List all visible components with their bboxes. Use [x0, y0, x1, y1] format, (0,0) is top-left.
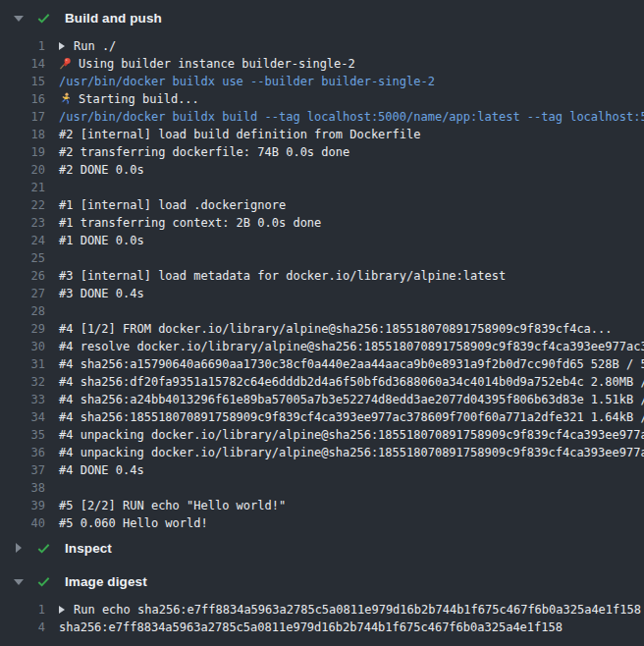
log-text-content: #2 transferring dockerfile: 74B 0.0s don… — [59, 145, 349, 159]
line-number[interactable]: 40 — [0, 514, 45, 532]
log-section-build-and-push: Build and push1Run ./14Using builder ins… — [0, 4, 644, 532]
line-number[interactable]: 18 — [0, 126, 45, 143]
section-header-build-and-push[interactable]: Build and push — [0, 4, 644, 31]
log-line: 37#4 DONE 0.4s — [0, 461, 644, 479]
section-header-inspect[interactable]: Inspect — [0, 534, 644, 562]
line-number[interactable]: 33 — [0, 391, 45, 408]
log-text: #4 sha256:df20fa9351a15782c64e6dddb2d4a6… — [59, 373, 644, 391]
log-text-content: Run ./ — [74, 39, 116, 53]
log-line: 21 — [0, 179, 644, 196]
log-text-content: sha256:e7ff8834a5963a2785c5a0811e979d16b… — [59, 620, 563, 634]
line-number[interactable]: 21 — [0, 179, 45, 196]
chevron-down-icon[interactable] — [14, 13, 24, 23]
chevron-down-icon[interactable] — [14, 576, 24, 586]
section-title: Image digest — [65, 574, 147, 589]
log-text: #4 unpacking docker.io/library/alpine@sh… — [59, 426, 644, 444]
log-text-content: #5 [2/2] RUN echo "Hello world!" — [59, 499, 286, 512]
actions-log-viewer: Build and push1Run ./14Using builder ins… — [0, 0, 644, 638]
line-number[interactable]: 16 — [0, 90, 45, 108]
line-number[interactable]: 36 — [0, 444, 45, 461]
log-text: Starting build... — [59, 90, 199, 108]
section-gap — [0, 636, 644, 638]
log-text-content: #1 DONE 0.0s — [59, 234, 144, 247]
log-text: Run ./ — [59, 37, 116, 55]
log-text: #3 [internal] load metadata for docker.i… — [59, 267, 506, 285]
log-text: #5 [2/2] RUN echo "Hello world!" — [59, 497, 286, 514]
line-number[interactable]: 31 — [0, 355, 45, 373]
log-line: 4sha256:e7ff8834a5963a2785c5a0811e979d16… — [0, 619, 644, 636]
line-number[interactable]: 34 — [0, 408, 45, 426]
line-number[interactable]: 4 — [0, 619, 45, 636]
log-line: 35#4 unpacking docker.io/library/alpine@… — [0, 426, 644, 444]
log-text-content: #4 sha256:df20fa9351a15782c64e6dddb2d4a6… — [59, 375, 644, 389]
log-text-content: #4 DONE 0.4s — [59, 463, 144, 477]
line-number[interactable]: 39 — [0, 497, 45, 514]
log-line: 28 — [0, 302, 644, 320]
line-number[interactable]: 30 — [0, 338, 45, 355]
line-number[interactable]: 1 — [0, 601, 45, 619]
log-text: #4 sha256:a24bb4013296f61e89ba57005a7b3e… — [59, 391, 644, 408]
line-number[interactable]: 27 — [0, 285, 45, 302]
log-line: 22#1 [internal] load .dockerignore — [0, 196, 644, 214]
log-text-content: #4 sha256:185518070891758909c9f839cf4ca3… — [59, 410, 644, 424]
log-line: 14Using builder instance builder-single-… — [0, 55, 644, 73]
log-text: Run echo sha256:e7ff8834a5963a2785c5a081… — [59, 601, 641, 619]
line-number[interactable]: 29 — [0, 320, 45, 338]
section-title: Build and push — [65, 11, 162, 26]
check-icon — [36, 541, 51, 556]
log-text: #4 resolve docker.io/library/alpine@sha2… — [59, 338, 644, 355]
log-text-content: /usr/bin/docker buildx build --tag local… — [59, 110, 644, 124]
log-line: 1Run echo sha256:e7ff8834a5963a2785c5a08… — [0, 601, 644, 619]
log-line: 40#5 0.060 Hello world! — [0, 514, 644, 532]
line-number[interactable]: 26 — [0, 267, 45, 285]
log-text-content: #4 [1/2] FROM docker.io/library/alpine@s… — [59, 322, 613, 336]
line-number[interactable]: 17 — [0, 108, 45, 126]
runner-emoji-icon — [59, 92, 79, 106]
log-line: 34#4 sha256:185518070891758909c9f839cf4c… — [0, 408, 644, 426]
log-line: 25 — [0, 249, 644, 267]
line-number[interactable]: 1 — [0, 37, 45, 55]
log-text-content: #2 DONE 0.0s — [59, 163, 144, 177]
log-text-content: #3 [internal] load metadata for docker.i… — [59, 269, 506, 283]
line-number[interactable]: 25 — [0, 249, 45, 267]
log-text-content: #4 sha256:a15790640a6690aa1730c38cf0a440… — [59, 357, 644, 371]
log-text: #4 DONE 0.4s — [59, 461, 144, 479]
log-text-content: #5 0.060 Hello world! — [59, 516, 208, 530]
line-number[interactable]: 20 — [0, 161, 45, 179]
expand-triangle-icon[interactable] — [59, 606, 65, 614]
chevron-right-icon[interactable] — [14, 543, 24, 553]
log-section-inspect: Inspect — [0, 534, 644, 562]
line-number[interactable]: 38 — [0, 479, 45, 497]
line-number[interactable]: 32 — [0, 373, 45, 391]
log-text: #1 [internal] load .dockerignore — [59, 196, 286, 214]
line-number[interactable]: 35 — [0, 426, 45, 444]
log-text-content: #2 [internal] load build definition from… — [59, 128, 420, 141]
section-header-image-digest[interactable]: Image digest — [0, 567, 644, 595]
log-line: 36#4 unpacking docker.io/library/alpine@… — [0, 444, 644, 461]
log-text: #4 [1/2] FROM docker.io/library/alpine@s… — [59, 320, 613, 338]
line-number[interactable]: 37 — [0, 461, 45, 479]
log-line: 38 — [0, 479, 644, 497]
line-number[interactable]: 24 — [0, 232, 45, 249]
log-line: 39#5 [2/2] RUN echo "Hello world!" — [0, 497, 644, 514]
line-number[interactable]: 15 — [0, 73, 45, 90]
section-body: 1Run ./14Using builder instance builder-… — [0, 31, 644, 532]
line-number[interactable]: 22 — [0, 196, 45, 214]
line-number[interactable]: 28 — [0, 302, 45, 320]
expand-triangle-icon[interactable] — [59, 42, 65, 50]
log-line: 15/usr/bin/docker buildx use --builder b… — [0, 73, 644, 90]
log-line: 24#1 DONE 0.0s — [0, 232, 644, 249]
log-line: 29#4 [1/2] FROM docker.io/library/alpine… — [0, 320, 644, 338]
log-text-content: #4 sha256:a24bb4013296f61e89ba57005a7b3e… — [59, 393, 644, 406]
log-section-image-digest: Image digest1Run echo sha256:e7ff8834a59… — [0, 567, 644, 636]
log-text-content: #3 DONE 0.4s — [59, 287, 144, 300]
line-number[interactable]: 14 — [0, 55, 45, 73]
line-number[interactable]: 19 — [0, 143, 45, 161]
log-text: #4 unpacking docker.io/library/alpine@sh… — [59, 444, 644, 461]
log-line: 32#4 sha256:df20fa9351a15782c64e6dddb2d4… — [0, 373, 644, 391]
log-command-text: /usr/bin/docker buildx use --builder bui… — [59, 73, 435, 90]
section-body: 1Run echo sha256:e7ff8834a5963a2785c5a08… — [0, 595, 644, 636]
log-text-content: #4 resolve docker.io/library/alpine@sha2… — [59, 340, 644, 353]
line-number[interactable]: 23 — [0, 214, 45, 232]
log-text-content: #1 [internal] load .dockerignore — [59, 198, 286, 212]
